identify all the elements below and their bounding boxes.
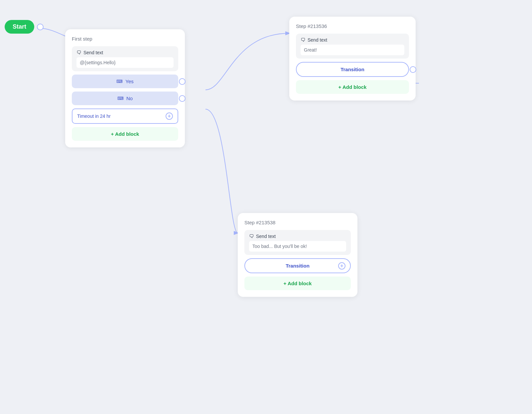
first-step-title: First step <box>72 36 178 42</box>
step-213536-title: Step #213536 <box>296 23 409 29</box>
message-icon-213536: 🗨 <box>301 37 306 43</box>
first-step-send-text-label: 🗨 Send text <box>76 50 174 55</box>
start-connector <box>37 24 44 30</box>
message-icon-213538: 🗨 <box>249 233 254 239</box>
step-213536-card: Step #213536 🗨 Send text Great! Transiti… <box>289 17 416 101</box>
step-213538-add-block-button[interactable]: + Add block <box>244 277 351 290</box>
step-213536-send-text-block: 🗨 Send text Great! <box>296 34 409 59</box>
no-button[interactable]: ⌨ No <box>72 92 178 105</box>
transition-plus-icon: + <box>338 262 345 270</box>
step-213538-send-text-value: Too bad... But you'll be ok! <box>249 241 346 252</box>
message-icon: 🗨 <box>76 50 81 55</box>
first-step-send-text-block: 🗨 Send text @{settings.Hello} <box>72 46 178 71</box>
timeout-plus-icon: + <box>166 112 173 120</box>
first-step-add-block-button[interactable]: + Add block <box>72 127 178 141</box>
step-213538-transition-button[interactable]: Transition + <box>244 258 351 273</box>
first-step-card: First step 🗨 Send text @{settings.Hello}… <box>65 29 185 147</box>
keyboard-icon-no: ⌨ <box>117 96 124 101</box>
first-step-send-text-value: @{settings.Hello} <box>76 57 174 68</box>
step-213536-transition-button[interactable]: Transition <box>296 62 409 77</box>
timeout-button[interactable]: Timeout in 24 hr + <box>72 108 178 124</box>
yes-connector <box>179 78 186 85</box>
step-213538-title: Step #213538 <box>244 220 351 225</box>
start-node: Start <box>5 20 44 34</box>
step-213536-add-block-button[interactable]: + Add block <box>296 80 409 94</box>
step-213536-send-text-label: 🗨 Send text <box>301 37 404 43</box>
step-213538-card: Step #213538 🗨 Send text Too bad... But … <box>238 213 357 297</box>
step-213538-send-text-block: 🗨 Send text Too bad... But you'll be ok! <box>244 230 351 255</box>
start-button[interactable]: Start <box>5 20 34 34</box>
no-connector <box>179 95 186 102</box>
step-213536-transition-connector <box>410 66 416 73</box>
keyboard-icon-yes: ⌨ <box>116 79 123 84</box>
step-213536-send-text-value: Great! <box>301 45 404 55</box>
yes-button[interactable]: ⌨ Yes <box>72 75 178 88</box>
step-213538-send-text-label: 🗨 Send text <box>249 233 346 239</box>
